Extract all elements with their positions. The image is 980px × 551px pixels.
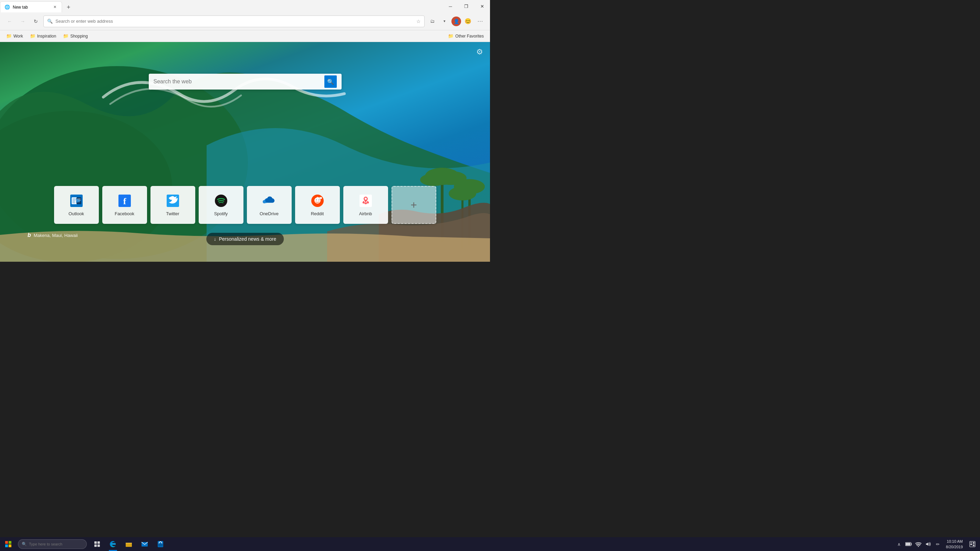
favorites-bar: 📁 Work 📁 Inspiration 📁 Shopping 📁 Other … bbox=[0, 30, 490, 42]
add-quicklink-icon: + bbox=[407, 198, 421, 212]
other-label: Other Favorites bbox=[455, 34, 484, 38]
shopping-label: Shopping bbox=[70, 34, 88, 38]
main-content: ⚙ 🔍 O Outlook bbox=[0, 42, 490, 262]
maximize-button[interactable]: ❐ bbox=[458, 0, 474, 13]
onedrive-icon bbox=[262, 194, 276, 208]
web-search-input[interactable] bbox=[154, 78, 325, 85]
settings-gear-button[interactable]: ⚙ bbox=[476, 48, 483, 56]
airbnb-icon bbox=[359, 194, 372, 208]
address-input[interactable] bbox=[56, 19, 414, 24]
close-button[interactable]: ✕ bbox=[474, 0, 490, 13]
forward-button[interactable]: → bbox=[17, 16, 28, 27]
favorites-inspiration[interactable]: 📁 Inspiration bbox=[27, 32, 59, 40]
svg-point-27 bbox=[317, 197, 318, 197]
reddit-label: Reddit bbox=[311, 211, 324, 216]
toolbar: ← → ↻ 🔍 ☆ 🗂 ▾ 👤 😊 ··· bbox=[0, 13, 490, 30]
quicklink-add[interactable]: + bbox=[391, 186, 436, 224]
inspiration-folder-icon: 📁 bbox=[30, 33, 35, 38]
profile-dropdown-button[interactable]: ▾ bbox=[439, 16, 450, 27]
tab-title: New tab bbox=[13, 5, 49, 10]
shopping-folder-icon: 📁 bbox=[63, 33, 68, 38]
airbnb-label: Airbnb bbox=[359, 211, 372, 216]
svg-point-33 bbox=[318, 199, 319, 200]
news-button-label: Personalized news & more bbox=[219, 236, 277, 242]
address-bar-container[interactable]: 🔍 ☆ bbox=[43, 16, 425, 27]
collections-button[interactable]: 🗂 bbox=[426, 16, 438, 27]
address-search-icon: 🔍 bbox=[47, 19, 52, 24]
profile-avatar[interactable]: 👤 bbox=[452, 16, 461, 26]
svg-point-35 bbox=[365, 197, 367, 200]
favorites-shopping[interactable]: 📁 Shopping bbox=[60, 32, 91, 40]
active-tab[interactable]: 🌐 New tab ✕ bbox=[0, 2, 62, 13]
quicklink-outlook[interactable]: O Outlook bbox=[54, 186, 99, 224]
settings-more-button[interactable]: ··· bbox=[475, 16, 486, 27]
svg-point-9 bbox=[449, 187, 476, 201]
personalized-news-button[interactable]: ↓ Personalized news & more bbox=[206, 233, 284, 245]
bing-logo: b bbox=[27, 232, 31, 238]
favorites-other[interactable]: 📁 Other Favorites bbox=[445, 32, 487, 40]
svg-rect-15 bbox=[77, 199, 81, 199]
outlook-label: Outlook bbox=[68, 211, 84, 216]
search-box[interactable]: 🔍 bbox=[149, 74, 342, 89]
outlook-icon: O bbox=[70, 194, 83, 208]
quicklink-airbnb[interactable]: Airbnb bbox=[343, 186, 388, 224]
refresh-button[interactable]: ↻ bbox=[30, 16, 41, 27]
quicklink-facebook[interactable]: f Facebook bbox=[102, 186, 147, 224]
back-button[interactable]: ← bbox=[4, 16, 15, 27]
minimize-button[interactable]: ─ bbox=[442, 0, 458, 13]
title-bar: 🌐 New tab ✕ + ─ ❐ ✕ bbox=[0, 0, 490, 13]
facebook-label: Facebook bbox=[115, 211, 134, 216]
tabs-area: 🌐 New tab ✕ + bbox=[0, 0, 74, 13]
work-folder-icon: 📁 bbox=[6, 33, 12, 38]
other-folder-icon: 📁 bbox=[448, 33, 453, 38]
work-label: Work bbox=[13, 34, 23, 38]
bing-attribution: b Makena, Maui, Hawaii bbox=[27, 232, 78, 238]
svg-point-32 bbox=[316, 199, 317, 200]
facebook-icon: f bbox=[118, 194, 132, 208]
spotify-label: Spotify bbox=[214, 211, 228, 216]
tab-edge-icon: 🌐 bbox=[5, 5, 10, 10]
location-text: Makena, Maui, Hawaii bbox=[34, 233, 78, 238]
favorites-work[interactable]: 📁 Work bbox=[3, 32, 26, 40]
twitter-label: Twitter bbox=[166, 211, 179, 216]
svg-rect-17 bbox=[77, 201, 80, 202]
search-box-container: 🔍 bbox=[149, 74, 342, 89]
twitter-icon bbox=[166, 194, 180, 208]
quicklink-reddit[interactable]: Reddit bbox=[295, 186, 340, 224]
emoji-button[interactable]: 😊 bbox=[463, 16, 474, 27]
tab-close-button[interactable]: ✕ bbox=[52, 5, 57, 10]
reddit-icon bbox=[310, 194, 325, 208]
news-arrow-icon: ↓ bbox=[214, 236, 216, 242]
quicklink-twitter[interactable]: Twitter bbox=[151, 186, 195, 224]
favorite-star-icon[interactable]: ☆ bbox=[416, 19, 421, 24]
toolbar-right: 🗂 ▾ 👤 😊 ··· bbox=[426, 16, 486, 27]
quicklink-onedrive[interactable]: OneDrive bbox=[247, 186, 292, 224]
spotify-icon bbox=[214, 194, 228, 208]
onedrive-label: OneDrive bbox=[259, 211, 278, 216]
search-submit-button[interactable]: 🔍 bbox=[325, 75, 337, 88]
inspiration-label: Inspiration bbox=[37, 34, 56, 38]
svg-rect-16 bbox=[77, 200, 81, 201]
new-tab-button[interactable]: + bbox=[64, 2, 74, 13]
quicklink-spotify[interactable]: Spotify bbox=[199, 186, 243, 224]
quick-links-container: O Outlook f Facebook bbox=[54, 186, 436, 224]
window-controls: ─ ❐ ✕ bbox=[442, 0, 490, 13]
svg-point-23 bbox=[314, 197, 321, 204]
svg-text:f: f bbox=[123, 196, 126, 206]
